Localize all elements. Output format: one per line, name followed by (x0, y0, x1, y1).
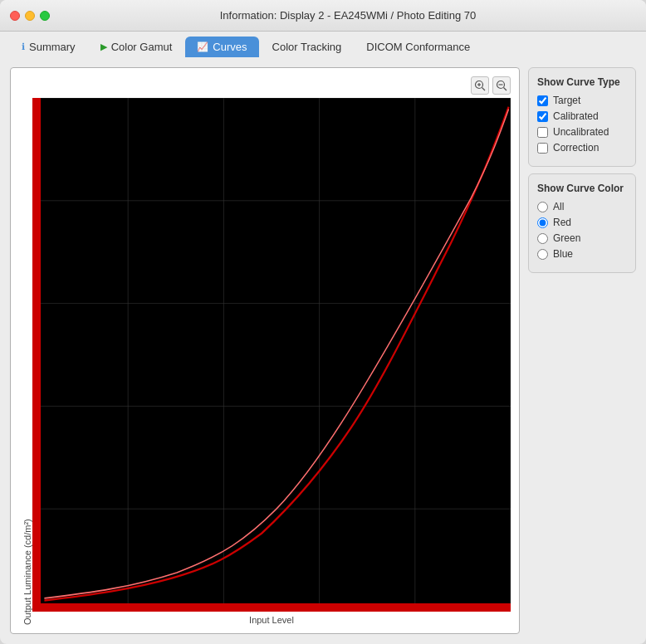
tab-color-gamut[interactable]: ▶ Color Gamut (89, 37, 184, 57)
red-label: Red (553, 217, 571, 228)
traffic-lights (10, 11, 50, 21)
tab-color-tracking-label: Color Tracking (272, 41, 342, 53)
maximize-button[interactable] (40, 11, 50, 21)
uncalibrated-checkbox[interactable] (537, 127, 548, 138)
chart-wrapper: Output Luminance (cd/m²) (19, 98, 511, 625)
show-curve-color-section: Show Curve Color All Red Green Blue (528, 173, 636, 273)
red-radio[interactable] (537, 217, 548, 228)
window-title: Information: Display 2 - EA245WMi / Phot… (60, 9, 636, 22)
color-gamut-icon: ▶ (100, 41, 107, 52)
main-window: Information: Display 2 - EA245WMi / Phot… (0, 0, 646, 644)
tab-curves[interactable]: 📈 Curves (185, 37, 258, 57)
zoom-in-icon (474, 80, 486, 91)
all-label: All (553, 201, 564, 212)
uncalibrated-checkbox-item[interactable]: Uncalibrated (537, 126, 627, 138)
svg-line-5 (504, 88, 507, 91)
tab-color-gamut-label: Color Gamut (111, 41, 173, 53)
blue-radio-item[interactable]: Blue (537, 248, 627, 260)
target-checkbox[interactable] (537, 95, 548, 106)
all-radio[interactable] (537, 202, 548, 212)
calibrated-checkbox[interactable] (537, 111, 548, 122)
red-bar-left (32, 98, 41, 612)
graph-box (32, 98, 511, 612)
zoom-out-icon (496, 80, 507, 91)
tab-curves-label: Curves (213, 41, 247, 53)
x-axis-label: Input Level (32, 612, 511, 625)
sidebar: Show Curve Type Target Calibrated Uncali… (528, 67, 636, 634)
titlebar: Information: Display 2 - EA245WMi / Phot… (0, 0, 646, 32)
tab-summary-label: Summary (29, 41, 76, 53)
chart-container: Output Luminance (cd/m²) (10, 67, 520, 634)
target-label: Target (553, 95, 580, 106)
show-curve-color-title: Show Curve Color (537, 183, 627, 194)
correction-checkbox[interactable] (537, 143, 548, 154)
blue-label: Blue (553, 248, 573, 260)
calibrated-label: Calibrated (553, 110, 599, 122)
summary-icon: ℹ (22, 41, 25, 52)
tab-summary[interactable]: ℹ Summary (10, 37, 87, 57)
content-area: Output Luminance (cd/m²) (0, 57, 646, 644)
chart-toolbar (19, 76, 511, 95)
y-axis-label: Output Luminance (cd/m²) (19, 98, 32, 625)
green-radio-item[interactable]: Green (537, 232, 627, 244)
show-curve-type-title: Show Curve Type (537, 76, 627, 88)
tab-dicom-label: DICOM Conformance (366, 41, 470, 53)
uncalibrated-label: Uncalibrated (553, 126, 609, 138)
red-bar-bottom (32, 603, 511, 612)
all-radio-item[interactable]: All (537, 201, 627, 212)
minimize-button[interactable] (25, 11, 35, 21)
chart-area: Input Level (32, 98, 511, 625)
show-curve-type-section: Show Curve Type Target Calibrated Uncali… (528, 67, 636, 167)
green-radio[interactable] (537, 233, 548, 244)
tab-color-tracking[interactable]: Color Tracking (261, 37, 354, 57)
svg-line-1 (482, 88, 486, 91)
zoom-in-button[interactable] (471, 76, 489, 95)
zoom-out-button[interactable] (492, 76, 511, 95)
red-radio-item[interactable]: Red (537, 217, 627, 228)
blue-radio[interactable] (537, 249, 548, 260)
correction-label: Correction (553, 142, 599, 154)
close-button[interactable] (10, 11, 20, 21)
tab-bar: ℹ Summary ▶ Color Gamut 📈 Curves Color T… (0, 32, 646, 57)
calibrated-checkbox-item[interactable]: Calibrated (537, 110, 627, 122)
green-label: Green (553, 232, 580, 244)
target-checkbox-item[interactable]: Target (537, 95, 627, 106)
correction-checkbox-item[interactable]: Correction (537, 142, 627, 154)
tab-dicom[interactable]: DICOM Conformance (355, 37, 482, 57)
curve-chart-svg (32, 98, 511, 612)
curves-icon: 📈 (197, 41, 208, 52)
